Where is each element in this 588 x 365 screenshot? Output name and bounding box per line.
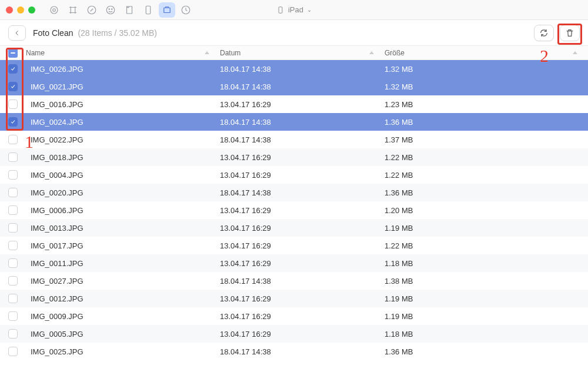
delete-button[interactable] [560,25,580,41]
device-selector[interactable]: iPad ⌄ [276,5,312,14]
audio-category-icon[interactable] [46,2,62,18]
row-checkbox[interactable] [8,311,18,321]
refresh-button[interactable] [534,25,554,41]
table-row[interactable]: IMG_0027.JPG18.04.17 14:381.38 MB [0,272,588,290]
table-row[interactable]: IMG_0011.JPG13.04.17 16:291.18 MB [0,254,588,272]
row-checkbox[interactable] [8,241,18,250]
table-row[interactable]: IMG_0025.JPG18.04.17 14:381.36 MB [0,343,588,360]
cell-size: 1.36 MB [385,118,588,127]
cell-date: 13.04.17 16:29 [220,206,385,215]
column-header-date[interactable]: Datum [220,49,385,57]
cell-date: 13.04.17 16:29 [220,153,385,162]
cell-date: 18.04.17 14:38 [220,188,385,197]
cell-date: 13.04.17 16:29 [220,259,385,268]
cell-size: 1.36 MB [385,347,588,356]
row-checkbox[interactable] [8,117,18,127]
cell-size: 1.38 MB [385,277,588,286]
cell-size: 1.22 MB [385,241,588,250]
table-row[interactable]: IMG_0016.JPG13.04.17 16:291.23 MB [0,95,588,113]
minimize-window-button[interactable] [17,6,24,14]
close-window-button[interactable] [6,6,13,14]
cell-size: 1.32 MB [385,65,588,74]
cell-date: 18.04.17 14:38 [220,277,385,286]
cell-name: IMG_0021.JPG [26,82,220,91]
row-checkbox[interactable] [8,258,18,268]
cell-size: 1.22 MB [385,153,588,162]
row-checkbox[interactable] [8,170,18,180]
cell-size: 1.19 MB [385,224,588,233]
cell-date: 13.04.17 16:29 [220,100,385,109]
table-row[interactable]: IMG_0020.JPG18.04.17 14:381.36 MB [0,184,588,201]
refresh-icon [539,28,549,38]
row-checkbox[interactable] [8,347,18,356]
svg-point-3 [106,6,115,14]
cell-name: IMG_0022.JPG [26,135,220,144]
row-checkbox[interactable] [8,135,18,144]
chevron-down-icon: ⌄ [307,6,312,13]
maximize-window-button[interactable] [28,6,35,14]
cell-name: IMG_0016.JPG [26,100,220,109]
cell-date: 13.04.17 16:29 [220,171,385,180]
table-row[interactable]: IMG_0013.JPG13.04.17 16:291.19 MB [0,219,588,237]
cell-name: IMG_0027.JPG [26,277,220,286]
table-row[interactable]: IMG_0022.JPG18.04.17 14:381.37 MB [0,131,588,148]
cell-name: IMG_0013.JPG [26,224,220,233]
files-category-icon[interactable] [159,2,175,18]
row-checkbox[interactable] [8,294,18,303]
table-row[interactable]: IMG_0006.JPG13.04.17 16:291.20 MB [0,201,588,219]
select-all-checkbox[interactable] [8,48,18,58]
svg-point-4 [109,8,110,9]
photos-category-icon[interactable] [102,2,119,18]
table-row[interactable]: IMG_0018.JPG13.04.17 16:291.22 MB [0,148,588,166]
safari-category-icon[interactable] [83,2,100,18]
back-button[interactable] [8,25,26,41]
svg-rect-8 [164,8,171,12]
svg-point-0 [51,6,58,14]
cell-date: 18.04.17 14:38 [220,65,385,74]
table-row[interactable]: IMG_0012.JPG13.04.17 16:291.19 MB [0,290,588,307]
cell-name: IMG_0017.JPG [26,241,220,250]
table-row[interactable]: IMG_0026.JPG18.04.17 14:381.32 MB [0,60,588,78]
row-checkbox[interactable] [8,329,18,339]
row-checkbox[interactable] [8,205,18,215]
row-checkbox[interactable] [8,188,18,197]
column-header-size[interactable]: Größe [385,49,588,57]
cell-name: IMG_0025.JPG [26,347,220,356]
row-checkbox[interactable] [8,82,18,91]
cell-name: IMG_0026.JPG [26,65,220,74]
sort-caret-icon [573,51,577,54]
cell-size: 1.20 MB [385,206,588,215]
table-row[interactable]: IMG_0009.JPG13.04.17 16:291.19 MB [0,307,588,325]
table-row[interactable]: IMG_0024.JPG18.04.17 14:381.36 MB [0,113,588,131]
svg-rect-6 [146,6,151,14]
subheader: Foto Clean (28 Items / 35.02 MB) [0,20,588,46]
row-checkbox[interactable] [8,152,18,162]
category-toolbar [46,2,194,18]
cell-size: 1.23 MB [385,100,588,109]
table-row[interactable]: IMG_0004.JPG13.04.17 16:291.22 MB [0,166,588,184]
cell-size: 1.32 MB [385,82,588,91]
cell-date: 13.04.17 16:29 [220,241,385,250]
apps-category-icon[interactable] [140,2,156,18]
backup-category-icon[interactable] [178,2,194,18]
cell-name: IMG_0004.JPG [26,171,220,180]
cell-name: IMG_0020.JPG [26,188,220,197]
cell-name: IMG_0006.JPG [26,206,220,215]
cell-size: 1.19 MB [385,312,588,321]
row-checkbox[interactable] [8,276,18,286]
table-row[interactable]: IMG_0021.JPG18.04.17 14:381.32 MB [0,78,588,95]
row-checkbox[interactable] [8,223,18,233]
cell-size: 1.37 MB [385,135,588,144]
row-checkbox[interactable] [8,99,18,109]
table-row[interactable]: IMG_0017.JPG13.04.17 16:291.22 MB [0,237,588,254]
row-checkbox[interactable] [8,64,18,74]
column-header-name[interactable]: Name [26,49,220,57]
cell-name: IMG_0009.JPG [26,312,220,321]
sort-caret-icon [369,51,374,54]
books-category-icon[interactable] [121,2,138,18]
svg-point-1 [53,8,56,11]
video-category-icon[interactable] [65,2,81,18]
sort-caret-icon [205,51,209,54]
trash-icon [565,28,574,38]
table-row[interactable]: IMG_0005.JPG13.04.17 16:291.18 MB [0,325,588,343]
